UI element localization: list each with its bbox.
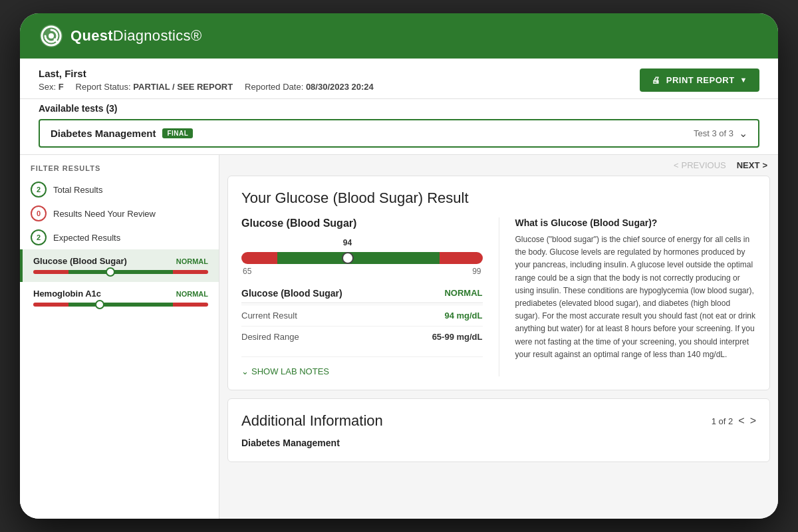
previous-button[interactable]: < PREVIOUS: [674, 160, 726, 170]
test-selector-left: Diabetes Management FINAL: [51, 128, 193, 139]
what-is-title: What is Glucose (Blood Sugar)?: [515, 217, 757, 228]
glucose-bar-container: 94 65 99: [241, 237, 483, 276]
desired-range-value: 65-99 mg/dL: [432, 332, 483, 342]
filter-label: FILTER RESULTS: [20, 155, 219, 178]
current-result-row: Current Result 94 mg/dL: [241, 305, 483, 326]
printer-icon: 🖨: [652, 75, 661, 85]
available-tests-label: Available tests (3): [39, 103, 759, 114]
next-button[interactable]: NEXT >: [737, 160, 767, 170]
desired-range-row: Desired Range 65-99 mg/dL: [241, 326, 483, 347]
pagination-count: 1 of 2: [712, 416, 733, 426]
result-item-glucose-name: Glucose (Blood Sugar): [33, 256, 127, 266]
glucose-bar-pointer: [342, 252, 354, 264]
final-badge: FINAL: [162, 128, 193, 138]
patient-name: Last, First: [39, 68, 374, 79]
patient-meta: Sex: F Report Status: PARTIAL / SEE REPO…: [39, 82, 374, 92]
result-item-hemoglobin-header: Hemoglobin A1c NORMAL: [33, 289, 208, 299]
patient-info: Last, First Sex: F Report Status: PARTIA…: [39, 68, 374, 92]
result-card-body: Glucose (Blood Sugar) 94 65: [241, 217, 756, 376]
pagination-prev-button[interactable]: <: [738, 415, 744, 427]
result-card-title: Your Glucose (Blood Sugar) Result: [241, 190, 756, 207]
value-label-row: 94: [241, 237, 483, 252]
additional-info-card: Additional Information 1 of 2 < > Diabet…: [227, 398, 770, 462]
nav-bar: < PREVIOUS NEXT >: [219, 155, 778, 176]
right-panel: < PREVIOUS NEXT > Your Glucose (Blood Su…: [219, 155, 778, 519]
pagination-next-button[interactable]: >: [750, 415, 756, 427]
filter-needs-review[interactable]: 0 Results Need Your Review: [20, 201, 219, 225]
patient-date: Reported Date: 08/30/2023 20:24: [245, 82, 374, 92]
test-name: Diabetes Management: [51, 128, 156, 139]
glucose-bar-track: [241, 252, 483, 264]
current-result-label: Current Result: [241, 311, 297, 321]
hemoglobin-sidebar-track: [33, 303, 208, 307]
chevron-down-icon: ▼: [740, 76, 747, 84]
filter-total-results[interactable]: 2 Total Results: [20, 178, 219, 201]
result-item-glucose-header: Glucose (Blood Sugar) NORMAL: [33, 256, 208, 266]
result-section-title: Glucose (Blood Sugar): [241, 217, 483, 229]
quest-logo-icon: [39, 23, 64, 49]
glucose-value-label: 94: [340, 237, 354, 248]
chevron-down-icon: ⌄: [241, 366, 249, 376]
additional-card-header: Additional Information 1 of 2 < >: [241, 412, 756, 430]
logo-text: QuestDiagnostics®: [70, 27, 201, 45]
patient-status: Report Status: PARTIAL / SEE REPORT: [76, 82, 233, 92]
result-row-header: Glucose (Blood Sugar) NORMAL: [241, 284, 483, 303]
additional-card-title: Additional Information: [241, 412, 383, 430]
glucose-bar-labels: 65 99: [241, 267, 483, 276]
filter-count-review: 0: [31, 205, 47, 221]
sidebar: FILTER RESULTS 2 Total Results 0 Results…: [20, 155, 219, 519]
glucose-sidebar-track: [33, 270, 208, 274]
svg-point-2: [49, 33, 54, 39]
filter-text-total: Total Results: [53, 185, 102, 195]
app-header: QuestDiagnostics®: [20, 13, 778, 59]
chevron-down-icon: ⌄: [739, 127, 747, 140]
filter-count-expected: 2: [31, 229, 47, 245]
result-item-hemoglobin-name: Hemoglobin A1c: [33, 289, 101, 299]
glucose-sidebar-thumb: [106, 267, 115, 277]
filter-expected[interactable]: 2 Expected Results: [20, 225, 219, 249]
glucose-high-label: 99: [472, 267, 481, 276]
main-content: FILTER RESULTS 2 Total Results 0 Results…: [20, 155, 778, 519]
show-lab-notes-button[interactable]: ⌄ SHOW LAB NOTES: [241, 356, 483, 376]
filter-text-review: Results Need Your Review: [53, 209, 156, 219]
filter-count-total: 2: [31, 182, 47, 198]
filter-text-expected: Expected Results: [53, 233, 120, 243]
patient-sex: Sex: F: [39, 82, 64, 92]
result-item-glucose-status: NORMAL: [176, 257, 208, 265]
test-count: Test 3 of 3 ⌄: [694, 127, 747, 140]
desired-range-label: Desired Range: [241, 332, 299, 342]
result-card-left: Glucose (Blood Sugar) 94 65: [241, 217, 483, 376]
result-item-hemoglobin-status: NORMAL: [176, 290, 208, 298]
pagination: 1 of 2 < >: [712, 415, 756, 427]
result-item-glucose[interactable]: Glucose (Blood Sugar) NORMAL: [20, 249, 219, 282]
device-frame: QuestDiagnostics® Last, First Sex: F Rep…: [20, 13, 778, 519]
result-card-right: What is Glucose (Blood Sugar)? Glucose (…: [499, 217, 757, 376]
print-report-button[interactable]: 🖨 PRINT REPORT ▼: [640, 68, 759, 92]
result-card: Your Glucose (Blood Sugar) Result Glucos…: [227, 176, 770, 390]
logo-area: QuestDiagnostics®: [39, 23, 201, 49]
additional-card-subtitle: Diabetes Management: [241, 438, 756, 448]
test-selector-dropdown[interactable]: Diabetes Management FINAL Test 3 of 3 ⌄: [39, 119, 759, 148]
what-is-text: Glucose ("blood sugar") is the chief sou…: [515, 233, 757, 361]
row-header-status: NORMAL: [444, 288, 482, 299]
result-item-hemoglobin[interactable]: Hemoglobin A1c NORMAL: [20, 282, 219, 315]
row-header-label: Glucose (Blood Sugar): [241, 288, 342, 299]
hemoglobin-sidebar-thumb: [95, 300, 104, 309]
available-tests-bar: Available tests (3) Diabetes Management …: [20, 99, 778, 155]
glucose-low-label: 65: [243, 267, 251, 276]
current-result-value: 94 mg/dL: [444, 311, 482, 321]
patient-bar: Last, First Sex: F Report Status: PARTIA…: [20, 59, 778, 99]
